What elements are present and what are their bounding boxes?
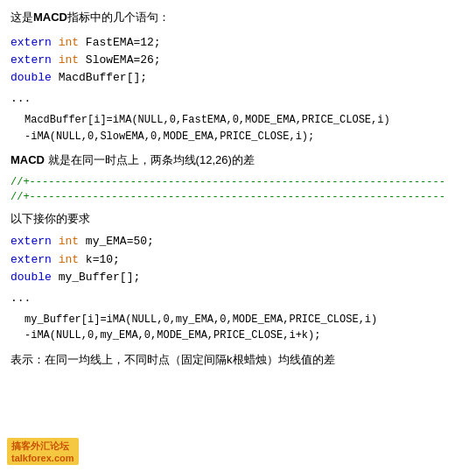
description-2: 表示：在同一均线上，不同时点（固定间隔k根蜡烛）均线值的差 xyxy=(10,351,466,370)
code-text-1: FastEMA=12; xyxy=(86,36,161,49)
code-line-3: double MacdBuffer[]; xyxy=(10,69,466,87)
code-block-2: extern int my_EMA=50; extern int k=10; d… xyxy=(10,233,466,285)
main-content: 这是MACD指标中的几个语句： extern int FastEMA=12; e… xyxy=(0,0,476,401)
my-buffer-expression: my_Buffer[i]=iMA(NULL,0,my_EMA,0,MODE_EM… xyxy=(10,312,466,344)
keyword-double-2: double xyxy=(10,271,52,284)
code-block-1: extern int FastEMA=12; extern int SlowEM… xyxy=(10,34,466,87)
macd-expression: MacdBuffer[i]=iMA(NULL,0,FastEMA,0,MODE_… xyxy=(10,112,466,144)
code-text-5: k=10; xyxy=(86,253,120,266)
watermark-text: 搞客外汇论坛 xyxy=(11,440,74,453)
description-1: MACD 就是在同一时点上，两条均线(12,26)的差 xyxy=(10,151,466,170)
watermark: 搞客外汇论坛 talkforex.com xyxy=(7,438,79,465)
keyword-double-1: double xyxy=(10,71,52,84)
code-line-2: extern int SlowEMA=26; xyxy=(10,52,466,69)
code-line-1: extern int FastEMA=12; xyxy=(10,34,466,52)
code-line-4: extern int my_EMA=50; xyxy=(10,233,466,250)
keyword-type-3: int xyxy=(59,235,79,248)
macd-expr-line2: -iMA(NULL,0,SlowEMA,0,MODE_EMA,PRICE_CLO… xyxy=(24,129,466,145)
separator-line-2: //+-------------------------------------… xyxy=(10,190,466,205)
my-expr-line2: -iMA(NULL,0,my_EMA,0,MODE_EMA,PRICE_CLOS… xyxy=(24,328,466,344)
code-line-5: extern int k=10; xyxy=(10,251,466,269)
macd-expr-line1: MacdBuffer[i]=iMA(NULL,0,FastEMA,0,MODE_… xyxy=(24,112,466,129)
keyword-type-1: int xyxy=(59,36,79,49)
keyword-extern-1: extern xyxy=(10,36,52,49)
keyword-type-4: int xyxy=(59,253,79,266)
keyword-extern-3: extern xyxy=(10,235,52,248)
code-text-4: my_EMA=50; xyxy=(86,235,154,248)
separator-line-1: //+-------------------------------------… xyxy=(10,175,466,190)
keyword-extern-4: extern xyxy=(10,253,52,266)
keyword-type-2: int xyxy=(59,53,79,67)
watermark-subtext: talkforex.com xyxy=(11,453,74,463)
ellipsis-2: ... xyxy=(10,290,466,308)
separator-lines: //+-------------------------------------… xyxy=(10,175,466,205)
code-text-2: SlowEMA=26; xyxy=(86,53,161,67)
intro-text: 这是MACD指标中的几个语句： xyxy=(10,9,466,27)
keyword-extern-2: extern xyxy=(10,53,52,67)
code-text-3: MacdBuffer[]; xyxy=(59,71,147,84)
code-line-6: double my_Buffer[]; xyxy=(10,269,466,286)
my-expr-line1: my_Buffer[i]=iMA(NULL,0,my_EMA,0,MODE_EM… xyxy=(24,312,466,328)
section-heading: 以下接你的要求 xyxy=(10,210,466,229)
ellipsis-1: ... xyxy=(10,90,466,109)
code-text-6: my_Buffer[]; xyxy=(59,271,141,284)
